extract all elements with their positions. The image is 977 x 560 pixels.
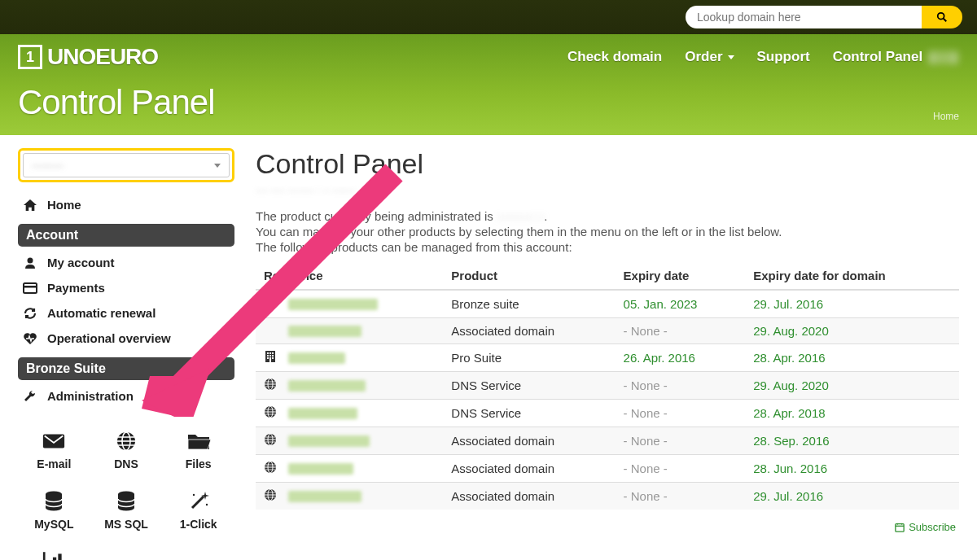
nav-check-domain[interactable]: Check domain — [567, 49, 662, 65]
col-expiry-domain: Expiry date for domain — [745, 262, 959, 290]
redacted-product: ··········· ·· — [497, 209, 544, 223]
tool-label: E-mail — [37, 457, 71, 470]
tool-email[interactable]: E-mail — [18, 423, 90, 477]
svg-line-1 — [944, 19, 947, 22]
tool-oneclick[interactable]: 1-Click — [162, 483, 234, 537]
table-row[interactable]: Associated domain - None - 29. Jul. 2016 — [256, 483, 959, 510]
search-input[interactable] — [686, 6, 922, 28]
cell-expiry: - None - — [616, 372, 746, 400]
reference-redacted — [288, 463, 353, 475]
logo[interactable]: 1 UNOEURO — [18, 44, 158, 70]
cell-expiry: - None - — [616, 483, 746, 510]
reference-redacted — [288, 299, 378, 310]
text: The product currently being administrate… — [256, 209, 497, 223]
subscribe-link[interactable]: Subscribe — [895, 521, 956, 533]
globe-icon — [264, 378, 277, 393]
header: 1 UNOEURO Check domain Order Support Con… — [0, 34, 977, 135]
svg-rect-23 — [267, 355, 269, 357]
sidebar-section-account: Account — [18, 224, 234, 247]
sidebar-item-payments[interactable]: Payments — [18, 275, 234, 300]
svg-rect-44 — [896, 523, 904, 531]
search-button[interactable] — [922, 6, 962, 28]
tool-mysql[interactable]: MySQL — [18, 483, 90, 537]
intro-line-3: The following products can be managed fr… — [256, 240, 959, 254]
cell-expiry-domain: 28. Apr. 2016 — [745, 344, 959, 372]
reference-redacted — [288, 408, 357, 419]
tool-statistics[interactable]: Statistics — [18, 544, 90, 560]
breadcrumb[interactable]: Home — [933, 111, 959, 122]
database-icon — [42, 490, 66, 513]
cell-expiry: 05. Jan. 2023 — [616, 290, 746, 318]
svg-rect-24 — [269, 355, 271, 357]
subscribe-label: Subscribe — [909, 521, 956, 533]
cell-product: DNS Service — [443, 372, 615, 400]
intro-line-2: You can manage your other products by se… — [256, 225, 959, 238]
tool-dns[interactable]: DNS — [90, 423, 163, 477]
svg-rect-27 — [272, 357, 274, 359]
sidebar-item-label: My account — [47, 256, 115, 269]
svg-point-0 — [938, 13, 944, 20]
tool-files[interactable]: Files — [162, 423, 234, 477]
svg-rect-4 — [24, 286, 37, 288]
building-icon — [264, 350, 277, 365]
cell-expiry: - None - — [616, 400, 746, 427]
nav-control-panel[interactable]: Control Panel (·····) — [833, 49, 959, 65]
table-row[interactable]: Bronze suite 05. Jan. 2023 29. Jul. 2016 — [256, 290, 959, 318]
svg-point-2 — [28, 257, 33, 263]
table-row[interactable]: Associated domain - None - 29. Aug. 2020 — [256, 318, 959, 344]
nav-support[interactable]: Support — [757, 49, 810, 65]
svg-line-11 — [192, 497, 204, 508]
table-row[interactable]: DNS Service - None - 28. Apr. 2018 — [256, 400, 959, 427]
sidebar-item-home[interactable]: Home — [18, 192, 234, 217]
text: . — [544, 209, 547, 223]
top-nav: Check domain Order Support Control Panel… — [567, 49, 959, 65]
sidebar-item-my-account[interactable]: My account — [18, 250, 234, 275]
product-selector[interactable]: ·········· — [18, 148, 234, 182]
nav-order[interactable]: Order — [685, 49, 734, 65]
cell-expiry-domain: 29. Jul. 2016 — [745, 290, 959, 318]
svg-rect-20 — [267, 352, 269, 354]
sidebar-item-label: Automatic renewal — [47, 306, 156, 320]
cell-product: Associated domain — [443, 483, 615, 510]
main-title: Control Panel — [256, 148, 959, 180]
table-row[interactable]: Associated domain - None - 28. Jun. 2016 — [256, 455, 959, 483]
chevron-down-icon — [728, 55, 734, 59]
cell-expiry: - None - — [616, 455, 746, 483]
sidebar-item-auto-renewal[interactable]: Automatic renewal — [18, 300, 234, 326]
calendar-icon — [895, 523, 905, 532]
col-reference: Reference — [256, 262, 443, 290]
cell-product: Pro Suite — [443, 344, 615, 372]
cell-expiry-domain: 29. Jul. 2016 — [745, 483, 959, 510]
globe-icon — [264, 433, 277, 448]
globe-icon — [264, 461, 277, 476]
table-row[interactable]: DNS Service - None - 29. Aug. 2020 — [256, 372, 959, 400]
table-row[interactable]: Pro Suite 26. Apr. 2016 28. Apr. 2016 — [256, 344, 959, 372]
cell-expiry-domain: 28. Jun. 2016 — [745, 455, 959, 483]
svg-rect-17 — [53, 558, 56, 560]
sidebar-section-suite: Bronze Suite — [18, 357, 234, 380]
sidebar-item-operational[interactable]: Operational overview — [18, 326, 234, 351]
cell-expiry-domain: 29. Aug. 2020 — [745, 318, 959, 344]
reference-redacted — [288, 491, 361, 502]
sidebar-item-label: Operational overview — [47, 331, 171, 345]
tool-mssql[interactable]: MS SQL — [90, 483, 163, 537]
main-subtitle-redacted: ···· ····· ········· · ·· ········ — [256, 184, 356, 196]
cell-expiry: - None - — [616, 318, 746, 344]
heartbeat-icon — [23, 332, 37, 345]
home-icon — [23, 199, 37, 212]
sidebar-item-label: Administration — [47, 389, 134, 403]
cell-expiry: 26. Apr. 2016 — [616, 344, 746, 372]
sidebar-item-administration[interactable]: Administration — [18, 383, 234, 409]
globe-icon — [114, 430, 138, 453]
svg-rect-22 — [272, 352, 274, 354]
logo-icon: 1 — [18, 45, 42, 69]
domain-lookup — [686, 6, 962, 28]
tool-label: MySQL — [34, 518, 73, 531]
col-product: Product — [443, 262, 615, 290]
envelope-icon — [42, 430, 66, 453]
tool-grid: E-mail DNS Files MySQL MS SQL 1-Click — [18, 423, 234, 560]
table-row[interactable]: Associated domain - None - 28. Sep. 2016 — [256, 427, 959, 455]
col-expiry: Expiry date — [616, 262, 746, 290]
reference-redacted — [288, 352, 345, 364]
cell-expiry: - None - — [616, 427, 746, 455]
